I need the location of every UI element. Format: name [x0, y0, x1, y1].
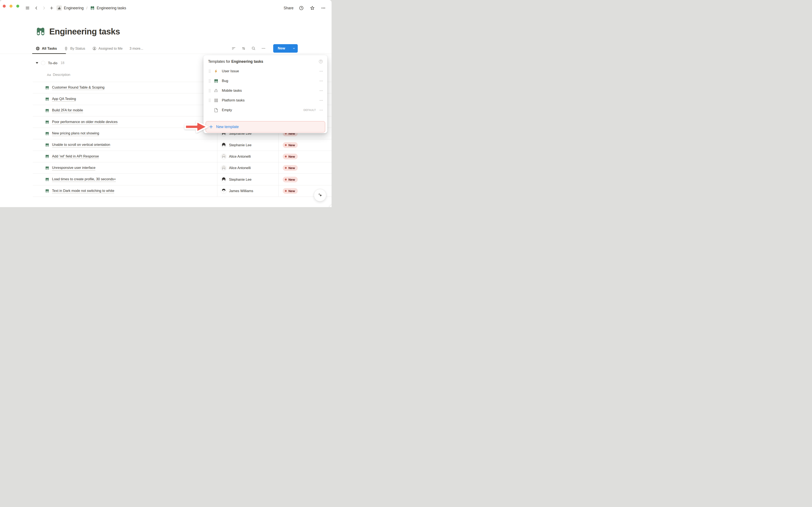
task-title[interactable]: Text in Dark mode not switching to white — [52, 188, 114, 193]
drag-handle-icon[interactable] — [209, 89, 211, 93]
task-title[interactable]: Build 2FA for mobile — [52, 108, 83, 113]
help-icon[interactable] — [318, 59, 323, 64]
task-cell[interactable]: Load times to create profile, 30 seconds… — [33, 174, 217, 185]
more-options-icon[interactable] — [320, 5, 326, 11]
task-title[interactable]: Unresponsive user interface — [52, 165, 95, 171]
new-page-icon[interactable] — [48, 5, 55, 11]
breadcrumb-teamspace[interactable]: Engineering — [64, 6, 84, 10]
view-options-icon[interactable] — [261, 46, 266, 51]
table-row[interactable]: Unresponsive user interface Alice Antone… — [33, 162, 332, 174]
favorite-star-icon[interactable] — [309, 5, 316, 11]
status-badge[interactable]: New — [283, 188, 298, 194]
assignee-cell[interactable]: Alice Antonelli — [217, 162, 278, 173]
avatar — [221, 154, 227, 159]
lightning-icon — [214, 69, 218, 73]
filter-icon[interactable] — [231, 46, 236, 51]
binoculars-icon — [45, 166, 49, 170]
task-cell[interactable]: Add ’ref’ field in API Response — [33, 151, 217, 162]
avatar — [221, 165, 227, 171]
default-badge: DEFAULT — [304, 109, 316, 112]
assignee-cell[interactable]: Stephanie Lee — [217, 139, 278, 151]
template-more-icon[interactable] — [319, 89, 323, 93]
tab-by-status[interactable]: By Status — [64, 46, 85, 51]
minimize-window-button[interactable] — [9, 5, 12, 8]
close-window-button[interactable] — [3, 5, 6, 8]
avatar — [221, 142, 227, 148]
task-title[interactable]: App QA Testing — [52, 97, 76, 102]
assignee-name[interactable]: Stephanie Lee — [229, 177, 252, 181]
description-column-header[interactable]: Aa Description — [47, 73, 70, 77]
page-binoculars-icon[interactable] — [36, 26, 46, 37]
table-row[interactable]: Load times to create profile, 30 seconds… — [33, 174, 332, 185]
share-button[interactable]: Share — [283, 6, 293, 10]
template-more-icon[interactable] — [319, 108, 323, 112]
person-circle-icon — [92, 46, 97, 51]
template-item-mobile-tasks[interactable]: Mobile tasks — [204, 86, 327, 96]
assignee-name[interactable]: James Williams — [229, 189, 253, 193]
status-dot-icon — [285, 179, 287, 180]
search-icon[interactable] — [251, 46, 256, 51]
corner-help-button[interactable] — [329, 204, 332, 207]
sidebar-menu-icon[interactable] — [24, 5, 31, 11]
template-more-icon[interactable] — [319, 99, 323, 102]
status-cell[interactable]: New — [278, 151, 332, 162]
status-cell[interactable]: New — [278, 174, 332, 185]
task-title[interactable]: New pricing plans not showing — [52, 131, 99, 136]
template-item-bug[interactable]: Bug — [204, 76, 327, 86]
table-row[interactable]: Text in Dark mode not switching to white… — [33, 185, 332, 197]
template-item-empty[interactable]: Empty DEFAULT — [204, 105, 327, 115]
task-title[interactable]: Unable to scroll on vertical orientation — [52, 143, 110, 148]
table-row[interactable]: Unable to scroll on vertical orientation… — [33, 139, 332, 151]
status-badge[interactable]: New — [283, 165, 298, 171]
status-badge[interactable]: New — [283, 142, 298, 148]
task-cell[interactable]: Build 2FA for mobile — [33, 105, 217, 116]
status-cell[interactable]: New — [278, 162, 332, 173]
avatar — [221, 176, 227, 182]
drag-handle-icon[interactable] — [209, 69, 211, 73]
zoom-window-button[interactable] — [16, 5, 19, 8]
status-cell[interactable]: New — [278, 139, 332, 151]
window-controls — [3, 5, 19, 8]
assignee-name[interactable]: Alice Antonelli — [229, 166, 251, 170]
new-template-button[interactable]: New template — [206, 121, 325, 132]
assignee-name[interactable]: Alice Antonelli — [229, 155, 251, 159]
ai-sparkles-button[interactable] — [314, 189, 326, 202]
table-row[interactable]: Add ’ref’ field in API Response Alice An… — [33, 151, 332, 162]
teamspace-building-icon[interactable] — [56, 5, 62, 11]
forward-icon[interactable] — [41, 5, 47, 11]
task-cell[interactable]: App QA Testing — [33, 94, 217, 105]
assignee-cell[interactable]: Alice Antonelli — [217, 151, 278, 162]
status-badge[interactable]: New — [283, 154, 298, 159]
drag-handle-icon[interactable] — [209, 99, 211, 102]
assignee-name[interactable]: Stephanie Lee — [229, 143, 252, 147]
task-cell[interactable]: Text in Dark mode not switching to white — [33, 185, 217, 196]
sort-icon[interactable] — [241, 46, 246, 51]
task-title[interactable]: Load times to create profile, 30 seconds… — [52, 177, 116, 182]
back-icon[interactable] — [33, 5, 40, 11]
task-title[interactable]: Add ’ref’ field in API Response — [52, 154, 99, 159]
more-views[interactable]: 3 more... — [129, 47, 143, 51]
task-cell[interactable]: Customer Round Table & Scoping — [33, 82, 217, 93]
drag-handle-icon[interactable] — [209, 79, 211, 83]
new-button-dropdown[interactable] — [290, 44, 298, 53]
task-cell[interactable]: Unable to scroll on vertical orientation — [33, 139, 217, 151]
collapse-triangle-icon[interactable] — [36, 62, 38, 64]
assignee-cell[interactable]: Stephanie Lee — [217, 174, 278, 185]
tab-assigned-to-me[interactable]: Assigned to Me — [92, 46, 123, 51]
status-badge[interactable]: New — [283, 177, 298, 182]
globe-icon — [36, 46, 40, 51]
template-more-icon[interactable] — [319, 79, 323, 83]
task-title[interactable]: Customer Round Table & Scoping — [52, 85, 104, 90]
task-cell[interactable]: Unresponsive user interface — [33, 162, 217, 173]
new-button[interactable]: New — [273, 44, 290, 53]
tab-all-tasks[interactable]: All Tasks — [36, 46, 57, 51]
task-title[interactable]: Poor performance on older mobile devices — [52, 120, 118, 125]
clock-icon[interactable] — [298, 5, 305, 11]
binoculars-icon — [45, 177, 49, 181]
template-more-icon[interactable] — [319, 69, 323, 73]
template-item-user-issue[interactable]: User Issue — [204, 66, 327, 76]
group-name[interactable]: To-do — [48, 61, 57, 65]
breadcrumb-page[interactable]: Engineering tasks — [97, 6, 126, 10]
assignee-cell[interactable]: James Williams — [217, 185, 278, 196]
template-item-platform-tasks[interactable]: Platform tasks — [204, 96, 327, 105]
